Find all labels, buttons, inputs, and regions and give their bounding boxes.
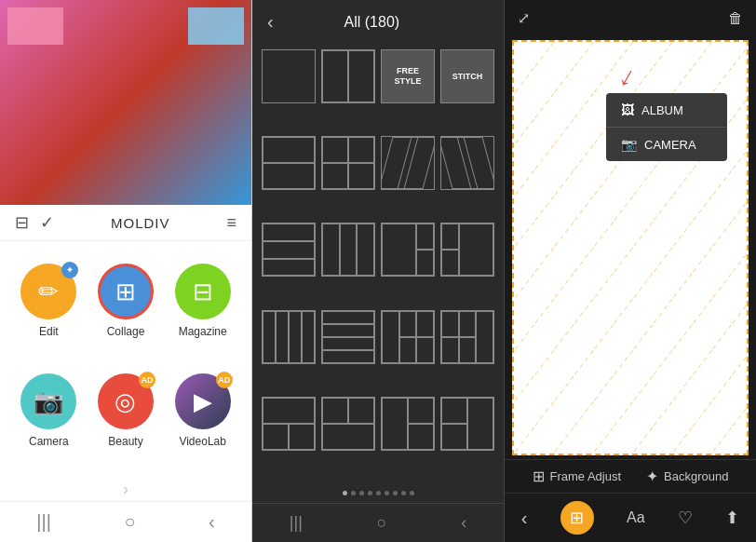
nav-back-icon[interactable]: ‹	[209, 511, 215, 533]
background-icon: ✦	[646, 467, 658, 485]
context-menu: 🖼 ALBUM 📷 CAMERA	[606, 93, 727, 161]
frame-adjust-button[interactable]: ⊞ Frame Adjust	[533, 467, 622, 485]
videolab-label: VideoLab	[179, 435, 226, 448]
app-item-edit[interactable]: ✏ ✦ Edit	[19, 264, 79, 357]
collage-4h[interactable]	[321, 310, 375, 364]
collage-r5-1[interactable]	[262, 397, 316, 451]
panel-3: ⤢ 🗑 ↓ 🖼 ALBUM 📷 CAMER	[505, 0, 756, 542]
toolbar: ⊟ ✓ MOLDIV ≡	[0, 205, 251, 241]
camera-icon: 📷	[34, 387, 63, 416]
background-button[interactable]: ✦ Background	[646, 467, 728, 485]
collage-freestyle[interactable]: FREESTYLE	[381, 49, 435, 103]
app-grid: ✏ ✦ Edit ⊞ Collage ⊟ Magazine 📷 Camera	[0, 241, 251, 476]
nav2-lines-icon[interactable]: |||	[290, 513, 303, 533]
collage-2v[interactable]	[321, 49, 375, 103]
videolab-icon: ▶	[194, 387, 212, 416]
nav3-collage-icon: ⊞	[570, 508, 584, 528]
panel2-bottom-nav: ||| ○ ‹	[252, 503, 504, 542]
collage-3h[interactable]	[262, 223, 316, 277]
menu-icon[interactable]: ≡	[226, 213, 236, 233]
beauty-icon: ◎	[115, 387, 136, 416]
collage-label: Collage	[107, 325, 145, 338]
app-item-collage[interactable]: ⊞ Collage	[96, 264, 156, 357]
panel2-title: All (180)	[344, 14, 400, 31]
edit-badge: ✦	[61, 262, 78, 278]
camera-menu-label: CAMERA	[644, 138, 696, 152]
nav3-collage-button[interactable]: ⊞	[560, 501, 594, 535]
edit-icon: ✏	[38, 278, 59, 306]
collage-canvas[interactable]: ↓ 🖼 ALBUM 📷 CAMERA	[512, 40, 749, 455]
nav2-home-icon[interactable]: ○	[377, 513, 387, 533]
collage-mixed2[interactable]	[440, 310, 494, 364]
magazine-icon: ⊟	[193, 278, 213, 306]
panel3-actions: ⊞ Frame Adjust ✦ Background	[505, 459, 756, 493]
magazine-icon-circle: ⊟	[175, 264, 231, 319]
expand-arrow-right[interactable]: ›	[123, 480, 128, 499]
nav3-text-icon[interactable]: Aa	[627, 509, 645, 526]
nav3-back-icon[interactable]: ‹	[521, 508, 528, 529]
collage-grid: FREESTYLE STITCH	[252, 44, 504, 483]
app-title: MOLDIV	[111, 215, 170, 231]
dot-6[interactable]	[385, 491, 389, 495]
collage-2h[interactable]	[262, 136, 316, 190]
nav-lines-icon[interactable]: |||	[36, 511, 51, 533]
dot-4[interactable]	[368, 491, 372, 495]
collage-stitch[interactable]: STITCH	[440, 49, 494, 103]
app-item-camera[interactable]: 📷 Camera	[19, 373, 79, 467]
panel3-header: ⤢ 🗑	[505, 0, 756, 36]
collage-single[interactable]	[262, 49, 316, 103]
dot-7[interactable]	[393, 491, 398, 495]
app-item-magazine[interactable]: ⊟ Magazine	[172, 264, 233, 357]
collage-r5-2[interactable]	[321, 397, 375, 451]
collage-skew2[interactable]	[440, 136, 494, 190]
dot-5[interactable]	[376, 491, 381, 495]
panel3-bottom-nav: ‹ ⊞ Aa ♡ ⬆	[505, 493, 756, 542]
edit-icon-circle: ✏ ✦	[20, 264, 76, 319]
collage-4v[interactable]	[262, 310, 316, 364]
album-menu-label: ALBUM	[641, 103, 683, 117]
panel-2: ‹ All (180) FREESTYLE STITCH	[252, 0, 505, 542]
edit-label: Edit	[39, 325, 59, 338]
collage-icon-circle: ⊞	[98, 264, 154, 319]
collage-mixed1[interactable]	[381, 310, 435, 364]
camera-menu-item[interactable]: 📷 CAMERA	[606, 128, 727, 161]
collage-r5-3[interactable]	[381, 397, 435, 451]
background-label: Background	[664, 469, 728, 483]
album-menu-icon: 🖼	[621, 102, 634, 117]
collage-22[interactable]	[321, 136, 375, 190]
collage-3v[interactable]	[321, 223, 375, 277]
photo-overlay-blue	[188, 7, 244, 45]
collage-r5-4[interactable]	[440, 397, 494, 451]
magazine-label: Magazine	[179, 325, 227, 338]
beauty-label: Beauty	[108, 435, 142, 448]
camera-icon-circle: 📷	[20, 373, 76, 429]
dot-3[interactable]	[359, 491, 364, 495]
collage-12[interactable]	[381, 223, 435, 277]
check-icon[interactable]: ✓	[40, 212, 54, 233]
nav3-share-icon[interactable]: ⬆	[725, 508, 739, 528]
nav2-back-icon[interactable]: ‹	[461, 513, 466, 533]
dot-2[interactable]	[351, 491, 356, 495]
panel1-bottom-nav: ||| ○ ‹	[0, 501, 251, 542]
trash-icon[interactable]: 🗑	[728, 10, 743, 27]
frame-adjust-label: Frame Adjust	[550, 469, 622, 483]
panel2-back-button[interactable]: ‹	[267, 11, 274, 33]
collage-21[interactable]	[440, 223, 494, 277]
dot-9[interactable]	[410, 491, 414, 495]
album-menu-item[interactable]: 🖼 ALBUM	[606, 93, 727, 128]
gallery-icon[interactable]: ⊟	[15, 212, 29, 233]
beauty-icon-circle: ◎ AD	[98, 373, 154, 429]
frame-icon: ⊞	[533, 467, 545, 485]
dot-1[interactable]	[343, 491, 347, 495]
page-dots	[252, 483, 504, 503]
transform-icon[interactable]: ⤢	[518, 9, 530, 27]
nav3-heart-icon[interactable]: ♡	[678, 508, 693, 528]
app-item-videolab[interactable]: ▶ AD VideoLab	[172, 373, 233, 467]
nav-home-icon[interactable]: ○	[124, 511, 135, 533]
dot-8[interactable]	[401, 491, 406, 495]
app-item-beauty[interactable]: ◎ AD Beauty	[96, 373, 156, 467]
collage-skew1[interactable]	[381, 136, 435, 190]
photo-overlay-pink	[7, 7, 63, 45]
videolab-icon-circle: ▶ AD	[175, 373, 231, 429]
collage-icon: ⊞	[115, 278, 136, 306]
